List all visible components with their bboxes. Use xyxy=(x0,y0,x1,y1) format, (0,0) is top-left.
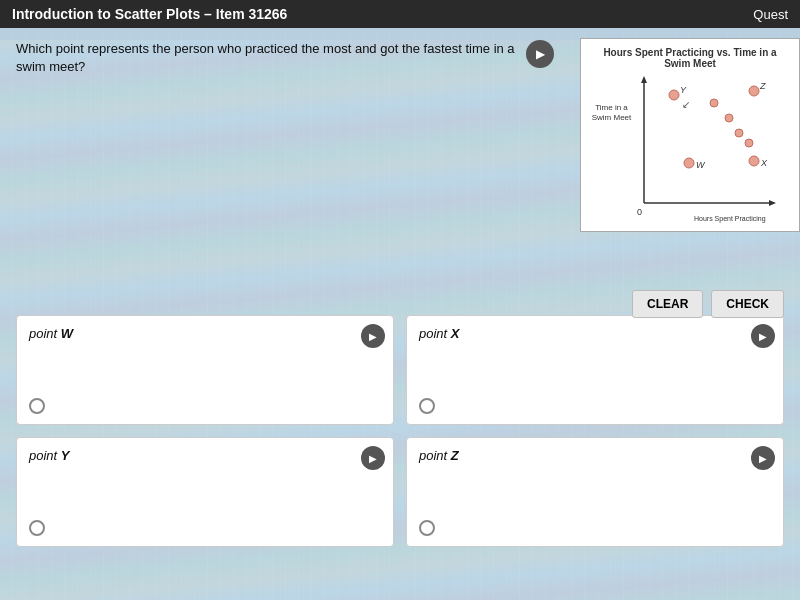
svg-point-10 xyxy=(710,99,718,107)
svg-point-13 xyxy=(745,139,753,147)
option-W-radio-row xyxy=(29,398,381,414)
option-Z: point Z ▶ xyxy=(406,437,784,547)
option-W-radio[interactable] xyxy=(29,398,45,414)
svg-marker-2 xyxy=(641,76,647,83)
option-Y-label: point Y xyxy=(29,448,381,463)
action-buttons: CLEAR CHECK xyxy=(632,290,784,318)
option-Y: point Y ▶ xyxy=(16,437,394,547)
check-button[interactable]: CHECK xyxy=(711,290,784,318)
chart-title: Hours Spent Practicing vs. Time in a Swi… xyxy=(589,47,791,69)
option-Z-label: point Z xyxy=(419,448,771,463)
chart-inner: Time in a Swim Meet 0 Hours Spent Practi… xyxy=(589,73,779,223)
svg-point-11 xyxy=(725,114,733,122)
options-grid: point W ▶ point X ▶ point Y ▶ point Z ▶ xyxy=(16,315,784,547)
svg-point-6 xyxy=(669,90,679,100)
svg-text:X: X xyxy=(760,158,768,168)
option-Y-radio-row xyxy=(29,520,381,536)
option-X-radio-row xyxy=(419,398,771,414)
svg-point-8 xyxy=(749,86,759,96)
svg-text:W: W xyxy=(696,160,706,170)
svg-text:Hours Spent Practicing: Hours Spent Practicing xyxy=(694,215,766,223)
clear-button[interactable]: CLEAR xyxy=(632,290,703,318)
option-Z-audio[interactable]: ▶ xyxy=(751,446,775,470)
svg-text:Z: Z xyxy=(759,81,766,91)
option-Z-radio[interactable] xyxy=(419,520,435,536)
page-title: Introduction to Scatter Plots – Item 312… xyxy=(12,6,287,22)
svg-point-12 xyxy=(735,129,743,137)
option-Z-radio-row xyxy=(419,520,771,536)
option-Y-radio[interactable] xyxy=(29,520,45,536)
chart-svg: 0 Hours Spent Practicing Y Z W X ↙ xyxy=(634,73,779,223)
question-text: Which point represents the person who pr… xyxy=(16,40,516,76)
option-W-label: point W xyxy=(29,326,381,341)
option-X: point X ▶ xyxy=(406,315,784,425)
option-X-audio[interactable]: ▶ xyxy=(751,324,775,348)
svg-text:↙: ↙ xyxy=(682,99,690,110)
option-X-radio[interactable] xyxy=(419,398,435,414)
svg-text:0: 0 xyxy=(637,207,642,217)
question-audio-button[interactable]: ▶ xyxy=(526,40,554,68)
option-X-label: point X xyxy=(419,326,771,341)
svg-marker-3 xyxy=(769,200,776,206)
svg-text:Y: Y xyxy=(680,85,687,95)
option-W-audio[interactable]: ▶ xyxy=(361,324,385,348)
svg-point-16 xyxy=(749,156,759,166)
scatter-chart: Hours Spent Practicing vs. Time in a Swi… xyxy=(580,38,800,232)
option-W: point W ▶ xyxy=(16,315,394,425)
y-axis-label: Time in a Swim Meet xyxy=(589,103,634,122)
quest-label: Quest xyxy=(753,7,788,22)
header-bar: Introduction to Scatter Plots – Item 312… xyxy=(0,0,800,28)
option-Y-audio[interactable]: ▶ xyxy=(361,446,385,470)
svg-point-14 xyxy=(684,158,694,168)
